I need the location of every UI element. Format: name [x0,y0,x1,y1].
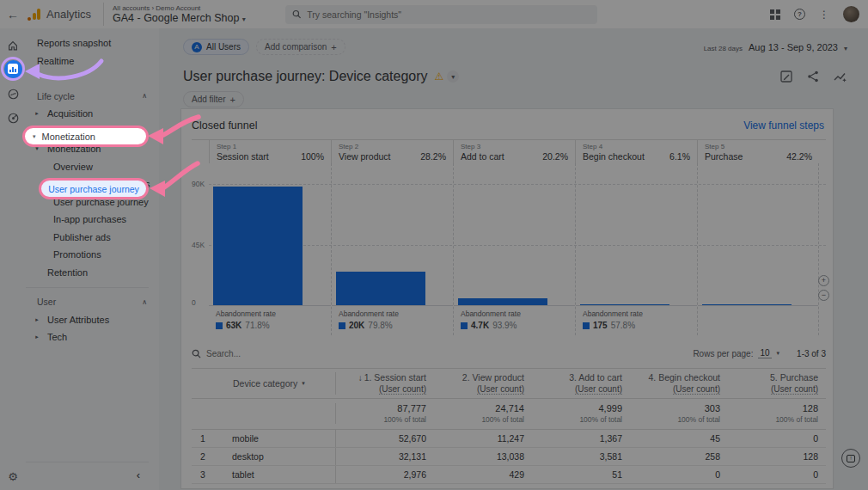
sidebar-item-overview[interactable]: Overview [26,158,159,176]
zoom-in-button[interactable]: + [818,275,829,286]
avatar[interactable] [843,6,859,22]
date-preset: Last 28 days [704,45,743,52]
date-range-picker[interactable]: Last 28 days Aug 13 - Sep 9, 2023 ▾ [704,42,847,52]
divider [26,287,149,288]
chevron-down-icon: ▾ [844,45,847,52]
y-tick-45k: 45K [192,241,207,249]
column-header-begin-checkout[interactable]: 4. Begin checkout(User count) [630,372,728,395]
sidebar-section-user[interactable]: User∧ [26,293,159,311]
insights-icon[interactable] [833,70,847,83]
sidebar-collapse-button[interactable]: ‹ [137,469,140,481]
home-icon[interactable] [0,34,26,58]
audience-chip-label: All Users [206,42,241,52]
share-icon[interactable] [806,70,820,83]
column-header-view-product[interactable]: 2. View product(User count) [434,372,532,395]
legend-swatch [216,322,223,329]
funnel-bar-begin-checkout[interactable] [580,304,669,305]
legend-swatch [461,322,468,329]
funnel-report-card: Closed funnel View funnel steps Step 1Se… [180,108,834,489]
apps-grid-icon[interactable] [770,9,780,20]
customize-report-icon[interactable] [779,70,793,83]
global-search[interactable] [285,5,597,24]
legend-swatch [339,322,345,329]
dimension-header[interactable]: Device category▾ [192,378,305,389]
admin-gear-icon[interactable]: ⚙ [0,470,26,483]
table-row[interactable]: 3tablet 2,976 429 51 0 0 [192,466,826,484]
sidebar-item-publisher-ads[interactable]: Publisher ads [26,229,159,247]
expand-icon: ▸ [33,334,41,340]
funnel-bar-view-product[interactable] [336,272,425,305]
funnel-column-begin-checkout: Abandonment rate 17557.8% [575,163,697,335]
funnel-bar-purchase[interactable] [702,304,792,305]
brand-name: Analytics [46,8,91,21]
step-header[interactable]: Step 1Session start100% [209,140,331,163]
sort-descending-icon: ↓ [358,373,363,383]
funnel-title: Closed funnel [192,119,257,132]
step-header[interactable]: Step 3Add to cart20.2% [453,140,575,163]
title-dropdown-icon[interactable]: ▾ [447,70,459,83]
more-menu-icon[interactable]: ⋮ [819,9,829,21]
expand-icon: ▸ [33,110,41,117]
analytics-logo: Analytics [26,8,103,21]
y-tick-0: 0 [192,298,207,307]
account-switcher[interactable]: All accounts › Demo Account GA4 - Google… [103,3,254,27]
column-header-purchase[interactable]: 5. Purchase(User count) [728,372,826,395]
search-input[interactable] [307,9,590,20]
sidebar-item-in-app-purchases[interactable]: In-app purchases [26,211,159,229]
column-header-session-start[interactable]: ↓1. Session start(User count) [336,372,434,395]
feedback-button[interactable]: ! [841,449,860,468]
sidebar-item-tech[interactable]: ▸Tech [26,328,159,346]
sidebar-item-acquisition[interactable]: ▸Acquisition [26,105,159,123]
highlight-reports-rail-icon[interactable] [1,57,25,81]
funnel-chart: 90K 45K 0 Abandonment rate 63K71.8% Aban… [192,163,826,335]
help-icon[interactable]: ? [794,9,805,20]
explore-icon[interactable] [0,82,26,106]
plus-icon: + [331,42,336,52]
account-breadcrumb: All accounts › Demo Account [113,4,246,12]
table-search-input[interactable] [206,349,309,358]
funnel-step-headers: Step 1Session start100% Step 2View produ… [192,139,826,163]
ga-logo-icon [28,9,41,21]
funnel-bar-session-start[interactable] [213,187,303,306]
add-comparison-button[interactable]: Add comparison + [256,39,345,55]
step-header[interactable]: Step 5Purchase42.2% [697,140,819,163]
sidebar-item-realtime[interactable]: Realtime [26,52,159,70]
funnel-bar-add-to-cart[interactable] [458,298,547,305]
add-filter-button[interactable]: Add filter + [183,91,244,107]
table-row[interactable]: 2desktop 32,131 13,038 3,581 258 128 [192,448,826,466]
reports-sidebar: Reports snapshot Realtime Life cycle∧ ▸A… [26,28,159,490]
table-row[interactable]: 1mobile 52,670 11,247 1,367 45 0 [192,430,826,448]
funnel-column-add-to-cart: Abandonment rate 4.7K93.9% [453,163,575,335]
chevron-up-icon: ∧ [142,298,147,306]
rows-per-page-select[interactable]: 10 [758,348,771,358]
divider [26,462,149,462]
zoom-out-button[interactable]: − [818,290,829,301]
funnel-column-purchase [697,163,819,335]
step-header[interactable]: Step 4Begin checkout6.1% [575,140,697,163]
search-icon [192,349,201,358]
sidebar-item-retention[interactable]: Retention [26,264,159,282]
expand-icon: ▸ [33,316,41,323]
chevron-down-icon: ▾ [242,15,246,23]
highlight-monetization[interactable]: ▾ Monetization [22,126,149,147]
topbar: ← Analytics All accounts › Demo Account … [0,0,868,28]
audience-icon: A [192,42,202,52]
sidebar-item-reports-snapshot[interactable]: Reports snapshot [26,34,159,52]
highlight-user-purchase-journey[interactable]: User purchase journey [39,178,149,199]
audience-chip[interactable]: A All Users [183,39,249,55]
back-arrow-icon[interactable]: ← [0,8,26,21]
table-search[interactable] [192,349,309,358]
table-header-row: Device category▾ ↓1. Session start(User … [192,368,826,399]
plus-icon: + [229,95,235,105]
funnel-column-session-start: Abandonment rate 63K71.8% [209,163,331,335]
step-header[interactable]: Step 2View product28.2% [331,140,453,163]
sidebar-item-user-attributes[interactable]: ▸User Attributes [26,311,159,329]
advertising-icon[interactable] [0,106,26,130]
rows-per-page-label: Rows per page: [693,349,753,358]
sidebar-section-life-cycle[interactable]: Life cycle∧ [26,88,159,106]
feedback-icon: ! [847,455,855,462]
funnel-column-view-product: Abandonment rate 20K79.8% [331,163,453,335]
column-header-add-to-cart[interactable]: 3. Add to cart(User count) [532,372,630,395]
view-funnel-steps-link[interactable]: View funnel steps [743,119,824,132]
sidebar-item-promotions[interactable]: Promotions [26,246,159,264]
